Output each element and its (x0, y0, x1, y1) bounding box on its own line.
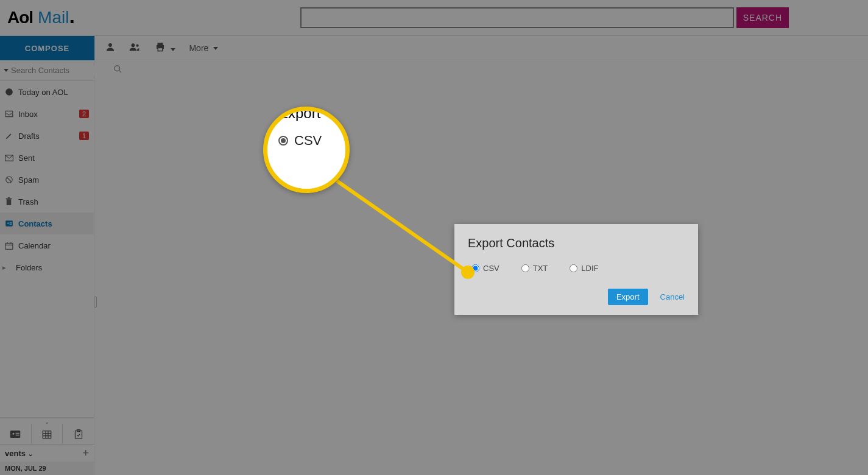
dialog-actions: Export Cancel (468, 289, 685, 305)
export-option-csv[interactable]: CSV (471, 264, 499, 273)
callout-magnifier: Export CSV (263, 107, 350, 193)
callout-radio-label: CSV (294, 133, 322, 149)
export-option-ldif[interactable]: LDIF (570, 264, 598, 273)
modal-overlay (0, 0, 868, 475)
cancel-button[interactable]: Cancel (660, 292, 685, 301)
callout-radio: CSV (278, 133, 322, 149)
dialog-title: Export Contacts (468, 236, 685, 250)
export-button[interactable]: Export (608, 289, 648, 305)
radio-label: TXT (533, 264, 548, 273)
radio-ldif[interactable] (570, 264, 577, 272)
radio-txt[interactable] (521, 264, 529, 272)
radio-selected-icon (278, 136, 288, 146)
export-option-txt[interactable]: TXT (521, 264, 548, 273)
export-contacts-dialog: Export Contacts CSV TXT LDIF Export Canc… (454, 224, 698, 315)
radio-label: CSV (483, 264, 499, 273)
radio-label: LDIF (581, 264, 598, 273)
export-format-options: CSV TXT LDIF (468, 264, 685, 273)
radio-csv[interactable] (471, 264, 479, 272)
